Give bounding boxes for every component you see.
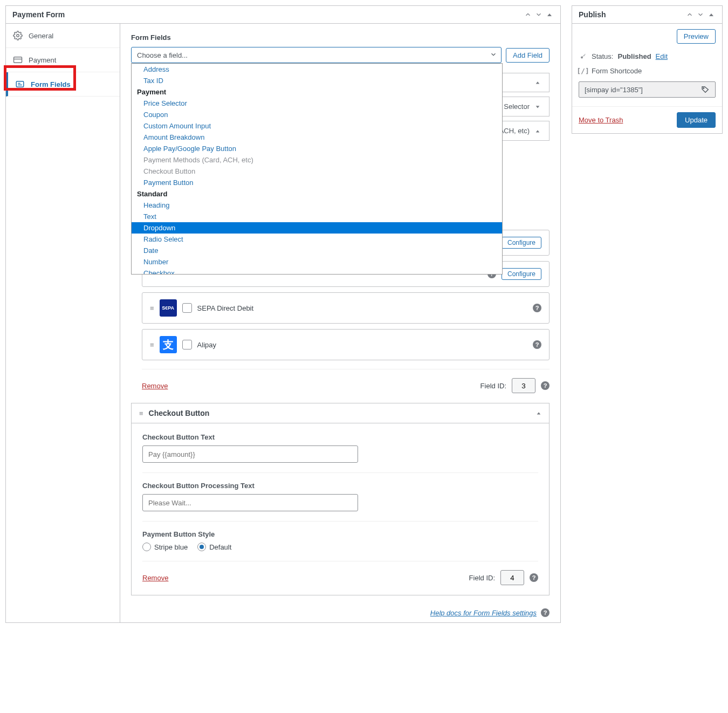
sidebar-item-label: Payment xyxy=(29,56,56,64)
shortcode-value-box: [simpay id="1385"] xyxy=(579,81,716,98)
svg-point-1 xyxy=(17,35,19,37)
chevron-down-icon xyxy=(490,51,497,58)
dropdown-option[interactable]: Address xyxy=(132,64,502,75)
svg-marker-0 xyxy=(547,13,552,16)
drag-icon[interactable]: ≡ xyxy=(139,409,143,417)
drag-icon[interactable]: ≡ xyxy=(150,341,154,349)
form-icon xyxy=(15,79,25,90)
processing-text-input[interactable] xyxy=(142,494,358,511)
sepa-icon: S€PA xyxy=(160,299,177,317)
alipay-checkbox[interactable] xyxy=(182,340,192,349)
processing-text-label: Checkout Button Processing Text xyxy=(142,482,538,490)
svg-point-13 xyxy=(703,87,704,88)
dropdown-option[interactable]: Price Selector xyxy=(132,98,502,109)
field-dropdown[interactable]: AddressTax IDPaymentPrice SelectorCoupon… xyxy=(131,63,503,275)
publish-header: Publish xyxy=(572,6,722,24)
dropdown-option[interactable]: Text xyxy=(132,211,502,222)
checkout-button-accordion: ≡ Checkout Button Checkout Button Text C… xyxy=(131,403,550,595)
triangle-up-icon xyxy=(535,80,540,85)
remove-link[interactable]: Remove xyxy=(142,574,168,582)
checkout-accordion-header[interactable]: ≡ Checkout Button xyxy=(132,403,549,423)
dropdown-option[interactable]: Date xyxy=(132,245,502,256)
help-icon[interactable]: ? xyxy=(541,381,550,390)
dropdown-option[interactable]: Radio Select xyxy=(132,234,502,245)
collapse-up-icon[interactable] xyxy=(685,10,694,19)
dropdown-option[interactable]: Checkbox xyxy=(132,268,502,275)
dropdown-option[interactable]: Payment Button xyxy=(132,177,502,188)
svg-marker-11 xyxy=(709,13,713,16)
radio-default[interactable]: Default xyxy=(197,543,231,551)
field-id-input xyxy=(500,570,524,585)
checkout-text-label: Checkout Button Text xyxy=(142,433,538,441)
triangle-up-icon xyxy=(535,128,540,134)
dropdown-option[interactable]: Amount Breakdown xyxy=(132,132,502,143)
dropdown-option[interactable]: Heading xyxy=(132,200,502,211)
alipay-icon: 支 xyxy=(160,336,177,353)
toggle-icon[interactable] xyxy=(545,10,554,19)
triangle-down-icon xyxy=(535,104,540,109)
dropdown-option: Payment Methods (Card, ACH, etc) xyxy=(132,154,502,166)
collapse-down-icon[interactable] xyxy=(696,10,705,19)
dropdown-option[interactable]: Coupon xyxy=(132,109,502,120)
update-button[interactable]: Update xyxy=(677,112,716,128)
checkout-text-input[interactable] xyxy=(142,445,358,463)
tag-icon[interactable] xyxy=(701,85,710,94)
sidebar-item-payment[interactable]: Payment xyxy=(6,48,120,72)
form-fields-heading: Form Fields xyxy=(131,33,550,42)
main-title: Payment Form xyxy=(12,10,65,19)
edit-status-link[interactable]: Edit xyxy=(656,52,668,60)
dropdown-option[interactable]: Tax ID xyxy=(132,75,502,86)
svg-rect-4 xyxy=(16,81,24,87)
dropdown-option: Checkout Button xyxy=(132,166,502,177)
shortcode-icon: [/] xyxy=(579,67,587,75)
button-style-label: Payment Button Style xyxy=(142,530,538,538)
payment-method-sepa: ≡ S€PA SEPA Direct Debit ? xyxy=(142,292,550,324)
gear-icon xyxy=(12,30,23,41)
help-docs-link[interactable]: Help docs for Form Fields settings xyxy=(430,609,537,617)
dropdown-option[interactable]: Custom Amount Input xyxy=(132,120,502,132)
preview-button[interactable]: Preview xyxy=(677,29,716,44)
field-id-input xyxy=(512,378,535,393)
sidebar-item-general[interactable]: General xyxy=(6,24,120,48)
help-icon[interactable]: ? xyxy=(533,304,541,312)
triangle-up-icon xyxy=(536,410,541,416)
help-icon[interactable]: ? xyxy=(533,340,541,349)
dropdown-group: Payment xyxy=(132,86,502,98)
drag-icon[interactable]: ≡ xyxy=(150,304,154,312)
sidebar-item-form-fields[interactable]: Form Fields xyxy=(6,72,120,97)
collapse-up-icon[interactable] xyxy=(524,10,532,19)
collapse-down-icon[interactable] xyxy=(534,10,543,19)
choose-field-select[interactable]: Choose a field... xyxy=(131,47,502,63)
svg-marker-8 xyxy=(536,106,540,108)
dropdown-option[interactable]: Number xyxy=(132,256,502,268)
remove-link[interactable]: Remove xyxy=(142,382,168,390)
toggle-icon[interactable] xyxy=(707,10,716,19)
sepa-checkbox[interactable] xyxy=(182,303,192,313)
svg-marker-7 xyxy=(536,81,540,84)
configure-button[interactable]: Configure xyxy=(502,237,541,249)
key-icon xyxy=(579,53,587,60)
svg-marker-10 xyxy=(537,412,541,414)
dropdown-option[interactable]: Apple Pay/Google Pay Button xyxy=(132,143,502,154)
publish-title: Publish xyxy=(579,10,606,19)
move-to-trash-link[interactable]: Move to Trash xyxy=(579,116,623,124)
svg-rect-2 xyxy=(14,57,22,63)
add-field-button[interactable]: Add Field xyxy=(506,48,550,63)
configure-button[interactable]: Configure xyxy=(502,268,541,280)
main-panel-header: Payment Form xyxy=(6,6,560,24)
dropdown-option[interactable]: Dropdown xyxy=(132,222,502,234)
card-icon xyxy=(12,54,23,65)
sidebar-item-label: Form Fields xyxy=(31,80,71,88)
help-icon[interactable]: ? xyxy=(541,608,550,617)
help-icon[interactable]: ? xyxy=(530,573,538,582)
svg-marker-9 xyxy=(536,130,540,132)
dropdown-group: Standard xyxy=(132,188,502,200)
payment-method-alipay: ≡ 支 Alipay ? xyxy=(142,329,550,360)
radio-stripe-blue[interactable]: Stripe blue xyxy=(142,543,188,551)
sidebar-item-label: General xyxy=(29,32,53,40)
